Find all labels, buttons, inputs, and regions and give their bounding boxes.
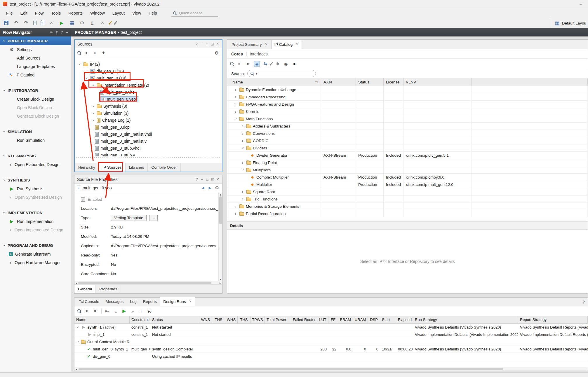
run-row-synth-1[interactable]: synth_1(active) constrs_1 Not started Vi…: [74, 324, 588, 331]
expand-collapse-icon[interactable]: [54, 29, 59, 35]
sidebar-item-create-block-design[interactable]: Create Block Design: [0, 95, 71, 103]
collapse-all-icon[interactable]: [84, 308, 90, 314]
column-constraints[interactable]: Constraints: [130, 316, 150, 323]
catalog-row[interactable]: FPGA Features and Design: [227, 101, 588, 108]
catalog-row-multiplier[interactable]: Multiplier ProductionIncludedxilinx.com:…: [227, 181, 588, 188]
run-row-mult-gen-0-synth-1[interactable]: mult_gen_0_synth_1 mult_gen_0 synth_desi…: [74, 345, 588, 353]
sources-panel-header[interactable]: Sources: [75, 40, 222, 48]
catalog-row-dividers[interactable]: Dividers: [227, 144, 588, 152]
properties-panel-header[interactable]: Source File Properties: [74, 175, 222, 184]
quick-access-input[interactable]: [179, 11, 211, 15]
save-icon[interactable]: [4, 21, 8, 25]
tree-item-mult-gen-0-veo[interactable]: mult_gen_0.veo: [75, 96, 222, 103]
sum-icon[interactable]: [89, 20, 95, 26]
search-icon[interactable]: [230, 62, 234, 66]
cores-link[interactable]: Cores: [231, 52, 243, 56]
default-layout-button[interactable]: Default Layou: [551, 18, 588, 28]
gear-icon[interactable]: [214, 185, 220, 191]
column-lut[interactable]: LUT: [317, 316, 328, 323]
clear-icon[interactable]: [100, 20, 105, 26]
maximize-icon[interactable]: [205, 177, 210, 182]
sidebar-section-program-debug[interactable]: PROGRAM AND DEBUG: [0, 241, 71, 250]
catalog-row[interactable]: Floating Point: [227, 159, 588, 166]
pen-icon[interactable]: [109, 21, 112, 25]
run-row-impl-1[interactable]: impl_1 constrs_1 Not started Vivado Impl…: [74, 331, 588, 338]
tab-tcl-console[interactable]: Tcl Console: [76, 297, 102, 306]
tree-item-sim-netlist-v[interactable]: mult_gen_0_sim_netlist.v: [75, 138, 222, 145]
chevron-right-icon[interactable]: [234, 95, 238, 99]
add-repository-icon[interactable]: [274, 61, 280, 67]
quick-access-search[interactable]: [171, 10, 218, 17]
run-row-ooc-folder[interactable]: Out-of-Context Module Runs: [74, 338, 588, 345]
tab-ip-sources[interactable]: IP Sources: [99, 163, 126, 172]
column-elapsed[interactable]: Elapsed: [396, 316, 413, 323]
delete-icon[interactable]: [48, 20, 54, 26]
close-icon[interactable]: [215, 41, 220, 47]
import-ip-icon[interactable]: [262, 61, 268, 67]
redo-icon[interactable]: [23, 20, 29, 26]
tree-item-stub-v[interactable]: mult_gen_0_stub.v: [75, 152, 222, 156]
catalog-row-complex-multiplier[interactable]: Complex Multiplier AXI4-StreamProduction…: [227, 174, 588, 181]
help-icon[interactable]: [194, 41, 199, 47]
column-tns[interactable]: TNS: [212, 316, 225, 323]
horizontal-scrollbar[interactable]: [74, 367, 588, 371]
sidebar-item-add-sources[interactable]: Add Sources: [0, 54, 71, 62]
column-name[interactable]: Name ^1: [227, 78, 321, 86]
chevron-down-icon[interactable]: [91, 83, 95, 87]
customize-icon[interactable]: [270, 62, 273, 66]
back-icon[interactable]: [200, 185, 206, 191]
tree-item-simulation[interactable]: Simulation (3): [75, 110, 222, 117]
tree-item-stub-vhdl[interactable]: mult_gen_0_stub.vhdl: [75, 145, 222, 152]
tree-item-instantiation-template[interactable]: Instantiation Template (2): [75, 82, 222, 89]
column-uram[interactable]: URAM: [353, 316, 368, 323]
column-whs[interactable]: WHS: [225, 316, 238, 323]
column-report-strategy[interactable]: Report Strategy: [518, 316, 588, 323]
minimize-icon[interactable]: [199, 41, 204, 47]
tree-item-mult-gen-0-dcp[interactable]: mult_gen_0.dcp: [75, 124, 222, 131]
group-by-category-icon[interactable]: [254, 61, 260, 67]
expand-all-icon[interactable]: [246, 61, 251, 67]
close-icon[interactable]: [295, 41, 299, 47]
copy-icon[interactable]: [41, 21, 44, 25]
menu-view[interactable]: View: [128, 8, 145, 18]
catalog-search-input[interactable]: [259, 71, 305, 76]
column-wns[interactable]: WNS: [199, 316, 212, 323]
collapse-all-icon[interactable]: [84, 50, 90, 56]
close-icon[interactable]: [265, 41, 268, 47]
column-failed-routes[interactable]: Failed Routes: [291, 316, 317, 323]
column-total-power[interactable]: Total Power: [265, 316, 291, 323]
catalog-row[interactable]: Embedded Processing: [227, 93, 588, 101]
report-icon[interactable]: [33, 21, 37, 25]
chevron-right-icon[interactable]: [241, 160, 245, 165]
selected-item[interactable]: mult_gen_0.veo: [100, 96, 138, 102]
sidebar-item-run-synthesis[interactable]: Run Synthesis: [0, 184, 71, 193]
column-axi4[interactable]: AXI4: [321, 78, 356, 86]
create-run-icon[interactable]: [138, 308, 144, 314]
chevron-down-icon[interactable]: [85, 76, 89, 80]
sidebar-item-language-templates[interactable]: Language Templates: [0, 62, 71, 71]
horizontal-scrollbar[interactable]: [74, 281, 222, 285]
catalog-row[interactable]: Dynamic Function eXchange: [227, 86, 588, 93]
vertical-scrollbar[interactable]: [218, 193, 222, 281]
minimize-icon[interactable]: –: [577, 1, 585, 7]
close-icon[interactable]: [215, 177, 220, 182]
sidebar-item-settings[interactable]: Settings: [0, 45, 71, 54]
run-row-div-gen-0[interactable]: div_gen_0 Using cached IP results: [74, 353, 588, 360]
interfaces-link[interactable]: Interfaces: [250, 52, 267, 56]
go-to-start-icon[interactable]: [104, 308, 110, 314]
more-button[interactable]: …: [149, 215, 158, 221]
chevron-down-icon[interactable]: [241, 168, 245, 172]
expand-all-icon[interactable]: [92, 50, 98, 56]
add-sources-icon[interactable]: [100, 50, 106, 56]
collapse-all-icon[interactable]: [237, 61, 243, 67]
run-icon[interactable]: [121, 308, 127, 314]
column-run-strategy[interactable]: Run Strategy: [413, 316, 518, 323]
catalog-row[interactable]: CORDIC: [227, 137, 588, 144]
column-bram[interactable]: BRAM: [338, 316, 353, 323]
catalog-row[interactable]: Trig Functions: [227, 196, 588, 203]
search-icon[interactable]: [77, 309, 82, 313]
percent-icon[interactable]: [147, 308, 152, 314]
menu-file[interactable]: File: [2, 8, 17, 18]
catalog-row[interactable]: Kernels: [227, 108, 588, 115]
maximize-icon[interactable]: [204, 41, 210, 47]
